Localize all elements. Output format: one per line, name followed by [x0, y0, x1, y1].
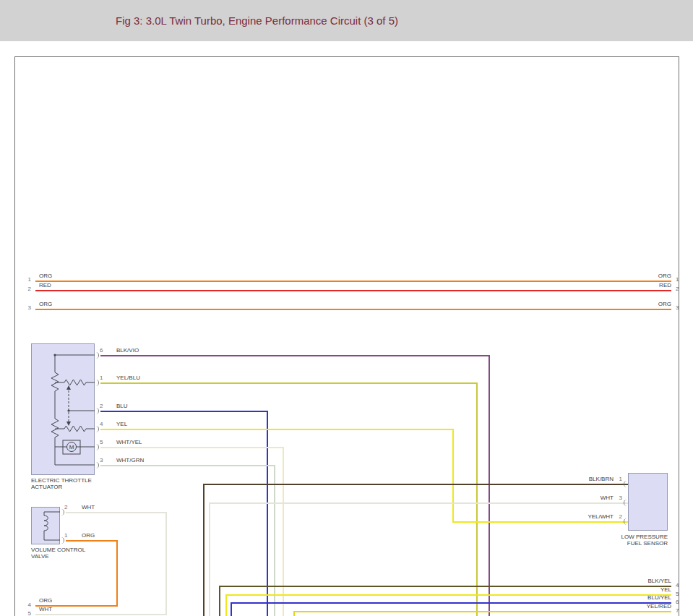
pin-number: 7	[676, 607, 679, 614]
wire-label: YEL/BLU	[116, 375, 140, 381]
component-name: ELECTRIC THROTTLE	[31, 477, 92, 484]
screenshot-stage: Fig 3: 3.0L Twin Turbo, Engine Performan…	[0, 0, 693, 616]
pin-number: 2	[676, 286, 679, 292]
wire-yel-blu-h	[100, 382, 476, 384]
wire-yel-v	[452, 429, 454, 523]
wiring-diagram-canvas: ORG ORG 1 1 RED RED 2 2 ORG ORG 3 3	[14, 56, 679, 616]
component-name: ACTUATOR	[31, 484, 62, 490]
wire-label: YEL/RED	[598, 603, 671, 609]
wire-label: WHT	[569, 495, 614, 501]
wire-wht-sensor-h	[209, 502, 628, 504]
pin-number: 3	[676, 304, 679, 311]
pin-arc	[95, 462, 99, 469]
pin-arc	[95, 380, 99, 386]
pin-number: 3	[100, 457, 103, 463]
pin-number: 4	[100, 421, 103, 427]
pin-number: 4	[676, 582, 679, 589]
component-name: VOLUME CONTROL	[31, 547, 85, 553]
wire-label: RED	[39, 282, 51, 288]
motor-icon: M	[69, 444, 74, 450]
pin-arc	[95, 408, 99, 414]
pin-number: 6	[676, 599, 679, 605]
wire-label: BLK/YEL	[598, 578, 671, 584]
wire-label: ORG	[627, 301, 671, 307]
wire-org-valve-h1	[66, 540, 116, 542]
wire-wht-grn-v	[274, 465, 275, 616]
pin-arc	[624, 518, 628, 525]
pin-number: 1	[100, 375, 103, 381]
wire-wht-valve-v	[165, 512, 167, 615]
wire-label: YEL/WHT	[569, 513, 614, 520]
wire-label: ORG	[39, 273, 52, 279]
wire-label: BLU/YEL	[598, 594, 671, 601]
pin-number: 5	[676, 591, 679, 597]
wire-wht-valve-h2	[35, 614, 167, 615]
wire-blk-vio-h	[100, 355, 488, 356]
pin-number: 2	[100, 403, 103, 409]
pin-arc	[95, 444, 99, 450]
wire-label: WHT	[39, 606, 52, 612]
valve-coil-icon	[31, 507, 60, 544]
throttle-actuator-internals-icon: M	[31, 343, 95, 475]
wire-wht-yel-h	[100, 447, 283, 448]
pin-number: 2	[21, 286, 31, 292]
wire-blu-yel-v	[231, 602, 232, 616]
wire-label: WHT/GRN	[116, 457, 144, 463]
component-name: FUEL SENSOR	[586, 540, 668, 547]
pin-number: 3	[615, 495, 622, 501]
component-name: VALVE	[31, 553, 49, 560]
wire-label: ORG	[39, 301, 52, 307]
wire-org-valve-v	[116, 540, 118, 607]
wire-wht-valve-h1	[66, 512, 165, 513]
wire-wht-grn-h	[100, 465, 274, 466]
wire-label: WHT	[82, 504, 95, 510]
pin-number: 1	[676, 276, 679, 283]
wire-label: WHT/YEL	[116, 439, 142, 445]
pin-number: 4	[21, 602, 31, 608]
pin-arc	[624, 481, 628, 487]
pin-number: 5	[100, 439, 103, 445]
wire-label: RED	[627, 282, 671, 288]
wire-yel-h	[100, 429, 452, 430]
wire-org-3	[35, 309, 671, 310]
wire-org-1	[35, 281, 671, 282]
wire-label: BLK/VIO	[116, 347, 139, 354]
wire-blk-yel-v	[219, 586, 220, 616]
pin-arc	[95, 426, 99, 432]
figure-title: Fig 3: 3.0L Twin Turbo, Engine Performan…	[116, 0, 398, 41]
wire-label: BLK/BRN	[569, 476, 614, 482]
pin-arc	[95, 352, 99, 359]
pin-number: 1	[21, 276, 31, 283]
low-pressure-fuel-sensor-box	[628, 473, 668, 531]
wire-label: BLU	[116, 403, 128, 409]
wire-yel-red-v	[293, 611, 295, 616]
pin-number: 2	[64, 504, 67, 510]
wire-blk-brn-h	[203, 484, 628, 485]
pin-number: 5	[21, 610, 31, 616]
wire-yel-wht-h	[452, 521, 628, 523]
component-name: LOW PRESSURE	[586, 534, 668, 540]
wire-label: YEL	[598, 586, 671, 593]
pin-number: 1	[64, 532, 67, 539]
pin-number: 2	[615, 513, 622, 520]
wire-label: ORG	[627, 273, 671, 279]
pin-number: 1	[615, 476, 622, 482]
wire-yel-blu-v	[476, 382, 478, 616]
wire-label: ORG	[82, 532, 95, 539]
pin-number: 6	[100, 347, 103, 354]
wire-blk-brn-v	[203, 484, 205, 616]
wire-red-2	[35, 290, 671, 291]
wire-blk-vio-v	[488, 355, 490, 616]
wire-wht-yel-v	[283, 447, 284, 616]
wire-yel-red-h	[293, 611, 671, 612]
wire-blu-h	[100, 411, 267, 412]
wire-label: YEL	[116, 421, 127, 427]
pin-number: 3	[21, 304, 31, 311]
pin-arc	[624, 500, 628, 506]
wire-yel-bottom-v	[225, 594, 227, 616]
wire-label: ORG	[39, 597, 52, 604]
title-bar: Fig 3: 3.0L Twin Turbo, Engine Performan…	[0, 0, 693, 41]
wire-wht-sensor-v	[209, 502, 210, 616]
